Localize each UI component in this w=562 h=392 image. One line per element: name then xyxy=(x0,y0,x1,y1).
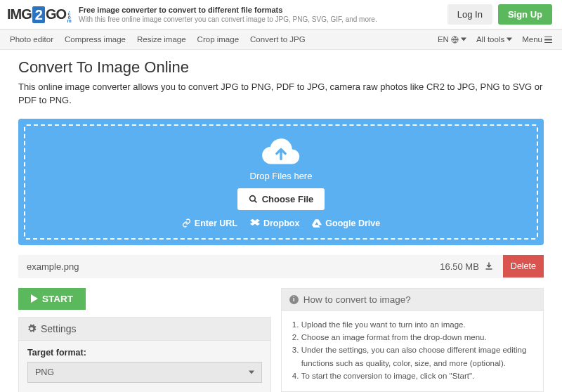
download-icon[interactable] xyxy=(485,262,493,270)
page-subtitle: This online image converter allows you t… xyxy=(18,81,544,107)
lang-label: EN xyxy=(438,35,449,44)
gdrive-icon xyxy=(312,219,322,228)
top-bar: IMG 2 GO .com Free image converter to co… xyxy=(0,0,562,30)
howto-step-4: To start the conversion to image, click … xyxy=(301,370,535,382)
dropbox-option[interactable]: Dropbox xyxy=(250,218,299,228)
alltools-label: All tools xyxy=(476,35,504,44)
file-size-cell: 16.50 MB xyxy=(430,255,503,278)
svg-point-1 xyxy=(249,195,255,201)
all-tools-selector[interactable]: All tools xyxy=(476,35,512,44)
hamburger-icon xyxy=(544,37,552,43)
columns: START Settings Target format: PNG Qualit… xyxy=(18,288,544,392)
menu-label: Menu xyxy=(522,35,542,44)
nav-item-convert-jpg[interactable]: Convert to JPG xyxy=(250,30,317,49)
lang-selector[interactable]: EN xyxy=(438,35,466,44)
gdrive-option[interactable]: Google Drive xyxy=(312,218,380,228)
howto-header: i How to convert to image? xyxy=(281,288,544,311)
choose-file-button[interactable]: Choose File xyxy=(237,188,325,210)
logo-com: .com xyxy=(67,8,72,22)
upload-options: Enter URL Dropbox Google Drive xyxy=(32,218,530,228)
file-row: example.png 16.50 MB Delete xyxy=(18,255,544,278)
login-button[interactable]: Log In xyxy=(447,4,492,25)
settings-header: Settings xyxy=(19,318,270,341)
nav-right: EN All tools Menu xyxy=(438,35,552,44)
dropbox-label: Dropbox xyxy=(263,218,299,228)
start-label: START xyxy=(42,294,73,304)
gdrive-label: Google Drive xyxy=(325,218,380,228)
howto-body: Upload the file you want to turn into an… xyxy=(281,311,544,392)
play-icon xyxy=(31,294,38,303)
logo-num: 2 xyxy=(32,6,45,23)
nav-item-compress[interactable]: Compress image xyxy=(65,30,137,49)
chevron-down-icon xyxy=(249,370,254,375)
cloud-upload-icon xyxy=(261,137,301,166)
left-column: START Settings Target format: PNG Qualit… xyxy=(18,288,271,392)
signup-button[interactable]: Sign Up xyxy=(498,4,552,25)
nav-item-photo-editor[interactable]: Photo editor xyxy=(10,30,65,49)
right-column: i How to convert to image? Upload the fi… xyxy=(281,288,544,392)
info-icon: i xyxy=(289,295,299,304)
target-format-select[interactable]: PNG xyxy=(27,362,262,383)
page-title: Convert To Image Online xyxy=(18,58,544,77)
dropbox-icon xyxy=(250,218,260,228)
howto-step-1: Upload the file you want to turn into an… xyxy=(301,318,535,331)
settings-title: Settings xyxy=(41,323,77,334)
nav-bar: Photo editor Compress image Resize image… xyxy=(0,30,562,50)
search-icon xyxy=(249,195,258,204)
link-icon xyxy=(182,218,191,228)
logo[interactable]: IMG 2 GO .com xyxy=(7,6,72,23)
tagline-1: Free image converter to convert to diffe… xyxy=(79,5,377,15)
drop-zone-inner: Drop Files here Choose File Enter URL Dr… xyxy=(24,124,538,240)
page-body: Convert To Image Online This online imag… xyxy=(0,50,562,392)
chevron-down-icon xyxy=(461,37,466,42)
nav-item-resize[interactable]: Resize image xyxy=(137,30,197,49)
gear-icon xyxy=(27,324,37,334)
enter-url-option[interactable]: Enter URL xyxy=(182,218,237,228)
settings-panel: Settings Target format: PNG Quality: i D… xyxy=(18,317,271,392)
nav-left: Photo editor Compress image Resize image… xyxy=(10,30,317,49)
logo-post: GO xyxy=(46,6,66,22)
howto-step-3: Under the settings, you can also choose … xyxy=(301,344,535,370)
logo-description: Free image converter to convert to diffe… xyxy=(79,5,377,24)
start-button[interactable]: START xyxy=(18,288,86,310)
nav-item-crop[interactable]: Crop image xyxy=(197,30,250,49)
top-actions: Log In Sign Up xyxy=(447,4,552,25)
target-format-label: Target format: xyxy=(27,348,262,358)
howto-steps: Upload the file you want to turn into an… xyxy=(290,318,535,383)
tagline-2: With this free online image converter yo… xyxy=(79,15,377,24)
choose-file-label: Choose File xyxy=(262,194,314,204)
enter-url-label: Enter URL xyxy=(195,218,237,228)
chevron-down-icon xyxy=(507,37,512,42)
file-name: example.png xyxy=(18,255,430,278)
howto-title: How to convert to image? xyxy=(303,294,411,305)
file-size: 16.50 MB xyxy=(440,261,479,272)
howto-step-2: Choose an image format from the drop-dow… xyxy=(301,331,535,344)
target-format-value: PNG xyxy=(35,367,54,377)
drop-text: Drop Files here xyxy=(32,171,530,181)
delete-button[interactable]: Delete xyxy=(503,255,544,277)
globe-icon xyxy=(451,36,459,44)
settings-body: Target format: PNG Quality: i Decide whi… xyxy=(19,341,270,392)
menu-button[interactable]: Menu xyxy=(522,35,552,44)
logo-pre: IMG xyxy=(7,6,32,22)
drop-zone[interactable]: Drop Files here Choose File Enter URL Dr… xyxy=(18,119,544,245)
